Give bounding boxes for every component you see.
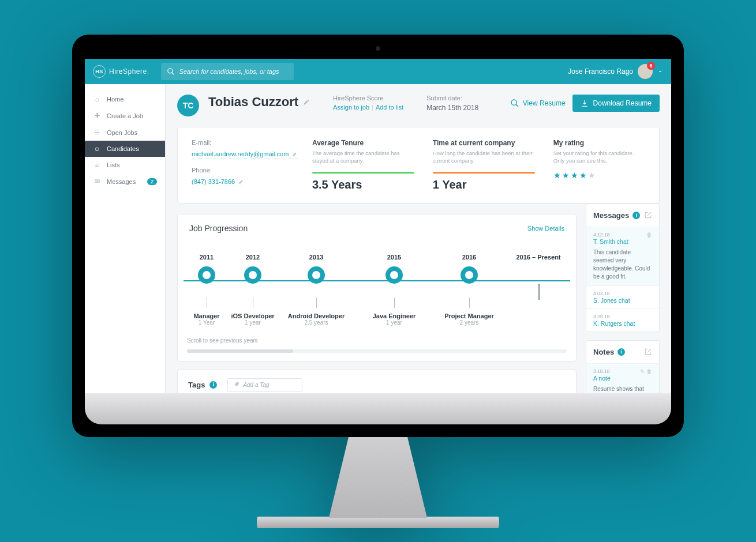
brand-a: Hire xyxy=(109,67,123,76)
edit-icon[interactable] xyxy=(238,179,244,185)
job-progression-card: Job Progression Show Details 2011 Manage… xyxy=(177,214,577,362)
star-icon[interactable]: ★ xyxy=(588,171,596,180)
sidebar-item-label: Lists xyxy=(107,161,120,168)
compose-icon[interactable] xyxy=(644,348,652,356)
tenure-bar xyxy=(312,172,414,174)
sidebar-item-label: Messages xyxy=(107,178,136,185)
timeline-node[interactable]: 2013 Android Developer 2.5 years xyxy=(276,254,357,326)
timeline-year: 2012 xyxy=(230,254,276,261)
timeline-role: Android Developer xyxy=(276,313,357,319)
sidebar-item-create-job[interactable]: ✚Create a Job xyxy=(85,107,165,124)
timeline-node[interactable]: 2016 Project Manager 2 years xyxy=(432,254,507,326)
add-to-list-link[interactable]: Add to list xyxy=(376,104,403,111)
download-icon xyxy=(581,99,589,107)
info-icon[interactable]: i xyxy=(633,212,640,219)
edit-icon[interactable] xyxy=(303,99,310,106)
timeline-role: Project Manager xyxy=(432,313,507,319)
timeline-node[interactable]: 2015 Java Engineer 1 year xyxy=(357,254,432,326)
compose-icon[interactable] xyxy=(644,211,652,219)
info-icon[interactable]: i xyxy=(209,381,217,389)
timeline-node[interactable]: 2011 Manager 1 Year xyxy=(184,254,230,326)
notes-title: Notes xyxy=(593,348,614,356)
notification-badge: 6 xyxy=(647,62,655,70)
sidebar-item-candidates[interactable]: ☺Candidates xyxy=(85,141,165,157)
current-sub: How long the candidate has been at their… xyxy=(433,149,535,165)
timeline-dot xyxy=(198,266,215,284)
sidebar-item-messages[interactable]: ✉Messages2 xyxy=(85,173,165,190)
item-body: Resume shows that the candidate is a sel… xyxy=(593,385,652,393)
user-name[interactable]: Jose Francisco Rago xyxy=(568,67,633,76)
phone-value[interactable]: (847) 331-7866 xyxy=(192,178,235,185)
timeline-scrollbar[interactable] xyxy=(187,349,567,353)
tenure-sub: The average time the candidate has staye… xyxy=(312,149,414,165)
magnify-doc-icon xyxy=(510,99,519,108)
messages-title: Messages xyxy=(593,211,629,220)
score-label: HireSphere Score xyxy=(333,95,403,101)
timeline-node[interactable]: 2012 iOS Developer 1 year xyxy=(230,254,276,326)
scroll-hint: Scroll to see previous years xyxy=(178,332,576,349)
sidebar-item-label: Create a Job xyxy=(107,112,143,119)
person-icon: ☺ xyxy=(93,145,101,152)
chevron-down-icon[interactable] xyxy=(657,69,663,74)
svg-line-1 xyxy=(171,73,174,75)
sidebar-item-label: Open Jobs xyxy=(107,129,137,136)
timeline-dot xyxy=(244,266,261,284)
app-screen: HS HireSphere. Jose Francisco Rago 6 xyxy=(85,59,671,393)
sidebar-item-lists[interactable]: ≡Lists xyxy=(85,157,165,173)
avatar[interactable]: 6 xyxy=(638,64,653,79)
job-progression-title: Job Progression xyxy=(189,224,248,233)
timeline-role: iOS Developer xyxy=(230,313,276,319)
monitor-frame: HS HireSphere. Jose Francisco Rago 6 xyxy=(72,35,684,528)
item-title: A note xyxy=(593,375,652,382)
download-resume-button[interactable]: Download Resume xyxy=(572,95,660,112)
edit-icon[interactable] xyxy=(292,151,298,157)
timeline[interactable]: 2011 Manager 1 Year2012 iOS Developer 1 … xyxy=(178,242,576,332)
file-icon: ☰ xyxy=(93,129,101,136)
rating-stars[interactable]: ★★★★★ xyxy=(553,171,645,180)
sidebar-item-open-jobs[interactable]: ☰Open Jobs xyxy=(85,124,165,141)
star-icon[interactable]: ★ xyxy=(571,171,578,180)
svg-point-0 xyxy=(167,69,172,73)
email-value[interactable]: michael.andrew.reddy@gmail.com xyxy=(192,150,289,157)
logo[interactable]: HS HireSphere. xyxy=(93,65,149,78)
item-date: 4.03.18 xyxy=(593,291,652,296)
list-item[interactable]: ✎ 🗑3.18.18 A note Resume shows that the … xyxy=(586,363,659,393)
star-icon[interactable]: ★ xyxy=(553,171,561,180)
delete-icon[interactable]: 🗑 xyxy=(646,232,652,238)
timeline-duration: 1 Year xyxy=(184,319,230,326)
search-box[interactable] xyxy=(161,63,294,80)
sidebar-item-home[interactable]: ⌂Home xyxy=(85,91,165,107)
item-actions[interactable]: ✎ 🗑 xyxy=(640,368,652,375)
assign-to-job-link[interactable]: Assign to job xyxy=(333,104,369,111)
file-plus-icon: ✚ xyxy=(93,112,101,119)
timeline-year: 2016 xyxy=(432,254,507,261)
list-item[interactable]: 🗑4.12.18 T. Smith chat This candidate se… xyxy=(586,227,659,285)
add-tag-input[interactable]: Add a Tag xyxy=(227,378,302,392)
list-item[interactable]: 4.03.18 S. Jones chat xyxy=(586,285,659,308)
svg-point-2 xyxy=(511,100,517,105)
sidebar: ⌂Home ✚Create a Job ☰Open Jobs ☺Candidat… xyxy=(85,84,166,393)
main-content: TC Tobias Cuzzort HireSphere Score Assig… xyxy=(166,84,671,393)
submit-date-value: March 15th 2018 xyxy=(426,104,478,112)
svg-line-3 xyxy=(516,104,518,107)
list-item[interactable]: 3.29.18 K. Rutgers chat xyxy=(586,308,659,332)
timeline-duration: 2 years xyxy=(432,319,507,326)
timeline-dot xyxy=(461,266,478,284)
submit-date-label: Submit date: xyxy=(426,95,478,101)
item-date: 4.12.18 xyxy=(593,232,652,238)
timeline-duration: 2.5 years xyxy=(276,319,357,326)
item-body: This candidate seemed very knowledgeable… xyxy=(593,249,652,281)
info-icon[interactable]: i xyxy=(617,348,625,356)
messages-panel: Messages i 🗑4.12.18 T. Smith chat This c… xyxy=(586,204,660,332)
brand-b: Sphere. xyxy=(123,67,149,76)
tags-card: Tags i Add a Tag developerjavaandroidman… xyxy=(177,370,577,393)
search-input[interactable] xyxy=(179,68,288,75)
show-details-link[interactable]: Show Details xyxy=(527,225,564,232)
notes-panel: Notes i ✎ 🗑3.18.18 A note Resume shows t… xyxy=(586,340,660,393)
star-icon[interactable]: ★ xyxy=(562,171,570,180)
view-resume-link[interactable]: View Resume xyxy=(510,99,566,108)
current-bar xyxy=(433,172,535,174)
rating-sub: Set your rating for this candidate. Only… xyxy=(553,149,645,165)
topbar: HS HireSphere. Jose Francisco Rago 6 xyxy=(85,59,671,84)
star-icon[interactable]: ★ xyxy=(579,171,587,180)
